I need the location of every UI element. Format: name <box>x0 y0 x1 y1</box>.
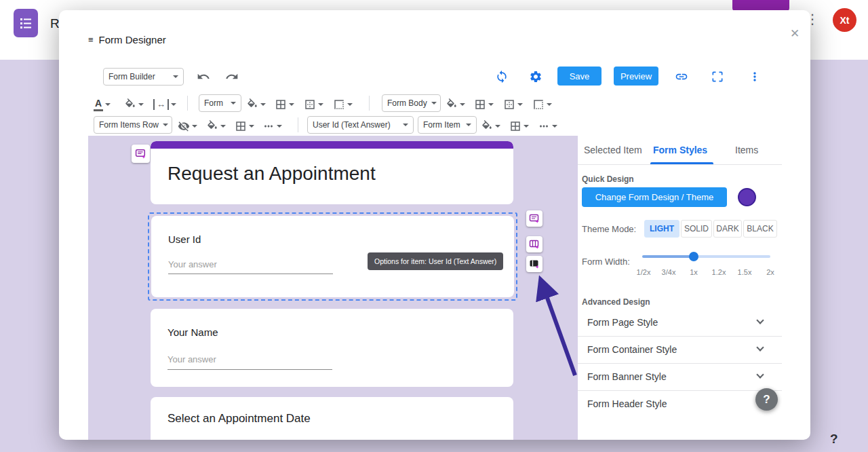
toolbar-divider <box>369 96 370 111</box>
borders-button[interactable] <box>235 117 254 135</box>
format-toolbar-row-2: Form Items Row User Id (Text Answe <box>59 116 810 136</box>
refresh-button[interactable] <box>495 68 509 86</box>
preview-button[interactable]: Preview <box>614 67 658 86</box>
item-options-button-1[interactable] <box>526 210 542 227</box>
theme-mode-dark[interactable]: DARK <box>713 220 742 238</box>
form-title: Request an Appointment <box>167 163 513 185</box>
fill-color-button[interactable] <box>446 96 465 113</box>
undo-button[interactable] <box>197 68 210 86</box>
theme-mode-light[interactable]: LIGHT <box>644 220 679 238</box>
dialog-title-text: Form Designer <box>99 34 166 45</box>
text-color-button[interactable]: A <box>94 96 111 113</box>
chevron-down-icon <box>488 103 494 106</box>
chevron-down-icon <box>105 103 111 106</box>
more-options-button[interactable] <box>538 117 557 135</box>
close-icon[interactable]: ✕ <box>790 26 800 41</box>
theme-mode-black[interactable]: BLACK <box>743 220 777 238</box>
selected-item-select[interactable]: User Id (Text Answer) <box>307 116 414 134</box>
page-help-button[interactable]: ? <box>830 432 838 447</box>
form-width-slider[interactable] <box>642 251 770 262</box>
form-item-card-2[interactable]: Your Name Your answer <box>151 309 513 387</box>
save-button[interactable]: Save <box>557 67 601 86</box>
border-outer-button[interactable] <box>304 96 323 113</box>
chevron-down-icon <box>249 125 254 128</box>
avatar[interactable]: Xt <box>833 8 856 32</box>
card-sparkle-icon <box>135 148 147 160</box>
border-outer-button[interactable] <box>503 96 523 113</box>
answer-placeholder: Your answer <box>167 354 216 364</box>
theme-mode-label: Theme Mode: <box>582 224 636 234</box>
quick-design-label: Quick Design <box>582 174 634 184</box>
chevron-down-icon <box>403 124 408 126</box>
width-tick[interactable]: 1x <box>690 268 698 276</box>
tab-items[interactable]: Items <box>735 145 758 155</box>
visibility-button[interactable] <box>178 117 197 135</box>
paint-bucket-icon <box>446 98 458 111</box>
width-tick[interactable]: 1.5x <box>738 268 752 276</box>
change-theme-button[interactable]: Change Form Design / Theme <box>582 187 727 207</box>
more-horiz-icon <box>262 120 275 132</box>
annotation-arrow <box>515 266 578 383</box>
fill-color-button[interactable] <box>481 117 500 135</box>
section-form-page-style[interactable]: Form Page Style <box>578 309 782 336</box>
form-header-card[interactable]: Request an Appointment <box>151 141 513 204</box>
chevron-down-icon <box>347 103 353 106</box>
fullscreen-icon <box>711 70 724 83</box>
fill-color-button[interactable] <box>246 96 266 113</box>
width-tick[interactable]: 2x <box>766 268 774 276</box>
chevron-down-icon <box>138 103 144 106</box>
section-form-header-style[interactable]: Form Header Style <box>578 390 782 417</box>
chevron-down-icon <box>431 102 437 105</box>
form-body-select[interactable]: Form Body <box>382 94 441 112</box>
answer-placeholder: Your answer <box>168 259 217 269</box>
border-style-button[interactable] <box>532 96 552 113</box>
chevron-down-icon <box>318 103 323 106</box>
section-form-banner-style[interactable]: Form Banner Style <box>578 363 782 390</box>
theme-mode-solid[interactable]: SOLID <box>681 220 712 238</box>
chevron-down-icon <box>756 371 764 378</box>
banner-options-button[interactable] <box>132 145 150 163</box>
section-form-container-style[interactable]: Form Container Style <box>578 336 782 363</box>
answer-underline <box>168 274 333 274</box>
form-item-select[interactable]: Form Item <box>418 116 477 134</box>
form-scope-select[interactable]: Form <box>199 94 241 112</box>
overflow-menu-button[interactable] <box>748 68 762 86</box>
theme-color-swatch[interactable] <box>738 188 756 206</box>
fill-color-button[interactable] <box>206 117 226 135</box>
slider-track-active <box>642 255 694 258</box>
form-lines-icon <box>18 14 33 32</box>
more-options-button[interactable] <box>262 117 282 135</box>
form-canvas: Request an Appointment User Id Your answ… <box>88 136 578 440</box>
form-builder-select[interactable]: Form Builder <box>103 68 184 86</box>
share-link-button[interactable] <box>675 68 688 86</box>
tab-form-styles[interactable]: Form Styles <box>653 145 707 155</box>
border-all-icon <box>275 98 287 111</box>
width-tick[interactable]: 1.2x <box>712 268 726 276</box>
width-tick[interactable]: 1/2x <box>637 268 651 276</box>
fullscreen-button[interactable] <box>711 68 724 86</box>
borders-button[interactable] <box>509 117 529 135</box>
item-options-button-2[interactable] <box>526 236 542 252</box>
settings-button[interactable] <box>529 68 542 86</box>
form-item-card-3[interactable]: Select an Appointment Date <box>151 397 513 440</box>
redo-button[interactable] <box>225 68 239 86</box>
borders-button[interactable] <box>275 96 294 113</box>
section-label: Form Banner Style <box>587 371 667 382</box>
width-button[interactable]: ↔ <box>153 96 176 113</box>
border-style-button[interactable] <box>333 96 353 113</box>
slider-handle[interactable] <box>689 252 698 261</box>
panel-help-button[interactable]: ? <box>755 388 778 411</box>
selected-item-value: User Id (Text Answer) <box>313 120 391 130</box>
border-all-icon <box>509 120 521 132</box>
fill-color-button[interactable] <box>124 96 144 113</box>
form-items-row-select[interactable]: Form Items Row <box>94 116 172 134</box>
width-tick[interactable]: 3/4x <box>662 268 676 276</box>
page-title-partial: R <box>50 16 60 31</box>
options-tooltip: Options for item: User Id (Text Answer) <box>368 252 503 270</box>
borders-button[interactable] <box>474 96 494 113</box>
sync-icon <box>495 70 509 83</box>
drag-handle-icon: ≡ <box>88 35 94 45</box>
paint-bucket-icon <box>124 98 136 111</box>
tab-selected-item[interactable]: Selected Item <box>584 145 642 155</box>
forms-app-icon[interactable] <box>14 9 38 37</box>
